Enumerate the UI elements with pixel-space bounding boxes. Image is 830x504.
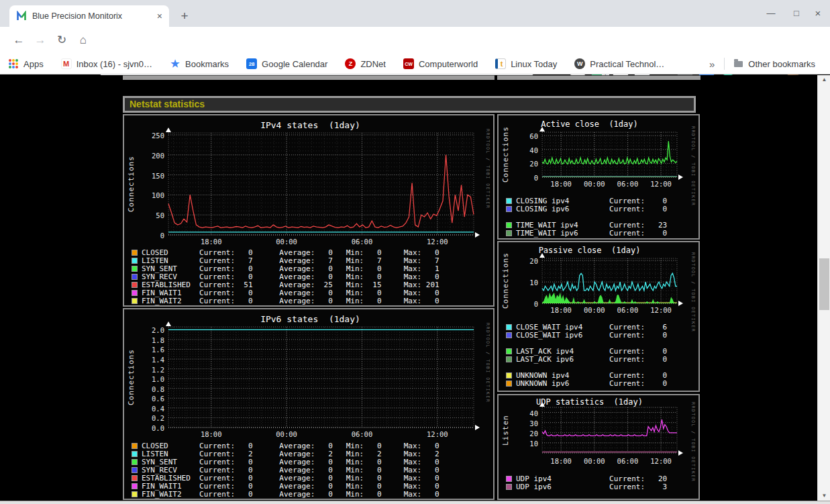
series-established (168, 155, 474, 228)
y-tick-label: 40 (507, 409, 538, 417)
x-tick-label: 00:00 (269, 430, 304, 438)
legend-color-swatch (132, 451, 138, 457)
home-button[interactable]: ⌂ (75, 32, 91, 48)
legend-text: CLOSE_WAIT ipv6 Current: 0 (516, 331, 667, 340)
y-tick-label: 0.8 (134, 385, 164, 393)
page-viewport: Netstat statistics IPv4 states (1day) Co… (0, 75, 830, 501)
y-tick-label: 20 (507, 257, 538, 265)
bookmark-apps[interactable]: Apps (8, 58, 44, 69)
chart-panel-ipv6-states: IPv6 states (1day) Connections RRDTOOL /… (123, 308, 495, 500)
y-tick-label: 0 (507, 300, 538, 308)
x-tick-label: 06:00 (610, 457, 645, 465)
window-minimize-button[interactable]: — (764, 7, 778, 20)
x-tick-label: 12:00 (420, 238, 455, 246)
legend-color-swatch (132, 274, 138, 280)
legend-row: TIME_WAIT ipv4 Current: 23 (506, 221, 667, 229)
series-time-wait-ipv4 (542, 141, 677, 164)
legend-color-swatch (132, 467, 138, 473)
legend-color-swatch (506, 348, 512, 354)
legend-color-swatch (132, 475, 138, 481)
new-tab-button[interactable]: + (176, 7, 193, 25)
bookmark-practical-technology[interactable]: W Practical Technol… (574, 58, 664, 69)
bookmark-bookmarks[interactable]: ★ Bookmarks (170, 58, 229, 69)
other-bookmarks-label: Other bookmarks (748, 59, 815, 69)
bookmark-zdnet[interactable]: Z ZDNet (345, 58, 386, 69)
bookmark-label: Practical Technol… (590, 59, 664, 69)
chart-title: IPv6 states (1day) (158, 314, 463, 324)
y-tick-label: 0.6 (134, 395, 164, 403)
x-tick-label: 12:00 (420, 430, 455, 438)
legend-row: CLOSED Current: 0 Average: 0 Min: 0 Max:… (132, 442, 439, 450)
other-bookmarks-button[interactable]: Other bookmarks (733, 58, 815, 69)
legend-color-swatch (132, 250, 138, 256)
linux-today-icon: t (495, 58, 506, 69)
legend-row: LISTEN Current: 2 Average: 2 Min: 2 Max:… (132, 450, 439, 458)
scrollbar-thumb[interactable] (819, 258, 829, 310)
x-tick-label: 18:00 (194, 430, 229, 438)
y-axis-label: Connections (126, 133, 136, 235)
y-tick-label: 0.2 (134, 414, 164, 422)
scrollbar-up-icon[interactable]: ▲ (818, 75, 830, 85)
folder-icon (733, 58, 743, 69)
previous-section-bottom-edge (123, 75, 495, 80)
y-tick-label: 0 (507, 174, 538, 182)
y-tick-label: 100 (134, 191, 164, 199)
scrollbar-down-icon[interactable]: ▼ (818, 491, 830, 501)
gmail-icon: M (61, 58, 72, 69)
legend-color-swatch (506, 230, 512, 236)
rrdtool-watermark: RRDTOOL / TOBI OETIKER (690, 402, 696, 482)
forward-button[interactable]: → (32, 32, 48, 48)
chart-panel-ipv4-states: IPv4 states (1day) Connections RRDTOOL /… (123, 114, 495, 307)
legend-text: UDP ipv6 Current: 3 (516, 483, 667, 491)
legend-row: FIN_WAIT1 Current: 0 Average: 0 Min: 0 M… (132, 289, 439, 297)
legend-color-swatch (132, 483, 138, 489)
y-tick-label: 200 (134, 152, 164, 160)
legend-color-swatch (506, 372, 512, 379)
bookmarks-overflow-icon[interactable]: » (709, 58, 715, 70)
legend-color-swatch (506, 356, 512, 362)
tab-title: Blue Precision Monitorix (32, 11, 153, 21)
tab-close-icon[interactable]: × (157, 11, 162, 21)
computerworld-icon: CW (403, 58, 414, 69)
x-tick-label: 00:00 (577, 306, 612, 314)
bookmark-linux-today[interactable]: t Linux Today (495, 58, 557, 69)
y-tick-label: 150 (134, 172, 164, 180)
legend-row: LAST_ACK ipv4 Current: 0 (506, 347, 667, 355)
bookmark-computerworld[interactable]: CW Computerworld (403, 58, 478, 69)
calendar-icon: 28 (246, 58, 257, 69)
x-tick-label: 18:00 (543, 457, 578, 465)
x-axis-arrow-icon (475, 232, 480, 238)
rrdtool-watermark: RRDTOOL / TOBI OETIKER (485, 323, 490, 403)
reload-button[interactable]: ↻ (54, 32, 70, 48)
bookmark-google-calendar[interactable]: 28 Google Calendar (246, 58, 327, 69)
back-button[interactable]: ← (11, 32, 27, 48)
window-maximize-button[interactable]: □ (789, 7, 804, 20)
y-tick-label: 0.0 (134, 424, 164, 432)
legend-row: UDP ipv6 Current: 3 (506, 483, 667, 491)
bookmark-inbox[interactable]: M Inbox (16) - sjvn0… (61, 58, 152, 69)
legend-text: UNKNOWN ipv6 Current: 0 (516, 379, 667, 388)
legend-row: UNKNOWN ipv4 Current: 0 (506, 371, 667, 379)
section-title: Netstat statistics (125, 98, 694, 111)
y-tick-label: 20 (507, 430, 538, 438)
y-tick-label: 250 (134, 132, 164, 140)
previous-section-bottom-edge (497, 75, 701, 80)
bookmarks-bar: Apps M Inbox (16) - sjvn0… ★ Bookmarks 2… (0, 54, 830, 74)
legend-row: SYN_RECV Current: 0 Average: 0 Min: 0 Ma… (132, 466, 439, 474)
chart-legend: CLOSING ipv4 Current: 0CLOSING ipv6 Curr… (506, 197, 667, 237)
x-tick-label: 06:00 (610, 180, 645, 188)
legend-text: CLOSING ipv6 Current: 0 (516, 205, 667, 213)
bookmark-label: Computerworld (419, 59, 478, 69)
x-tick-label: 00:00 (577, 457, 612, 465)
chart-panel-passive-close: Passive close (1day) Connections RRDTOOL… (497, 241, 700, 392)
x-tick-label: 06:00 (344, 238, 379, 246)
plot-area (542, 258, 677, 303)
vertical-scrollbar[interactable]: ▲ ▼ (817, 75, 830, 501)
series-last-ack-ipv4 (542, 293, 677, 303)
window-close-button[interactable]: × (811, 7, 825, 20)
bookmark-label: ZDNet (360, 59, 386, 69)
apps-grid-icon (8, 58, 19, 69)
monitorix-favicon-icon (16, 11, 27, 21)
browser-tab[interactable]: Blue Precision Monitorix × (9, 5, 169, 27)
legend-color-swatch (506, 484, 512, 490)
